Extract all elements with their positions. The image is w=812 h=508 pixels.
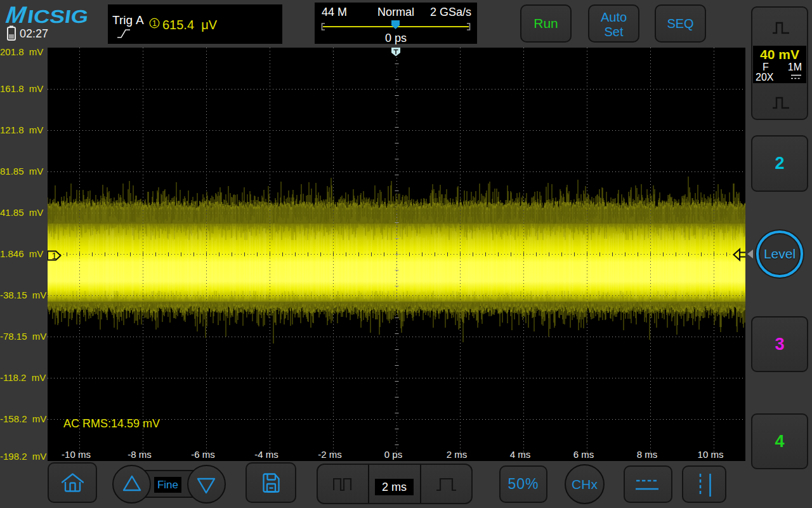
svg-text:6 ms: 6 ms [573,449,594,460]
svg-text:8 ms: 8 ms [637,449,658,460]
svg-text:-8 ms: -8 ms [128,449,152,460]
svg-text:4 ms: 4 ms [510,449,531,460]
svg-text:M: M [4,4,29,24]
svg-text:-10 ms: -10 ms [62,449,91,460]
svg-text:10 ms: 10 ms [698,449,724,460]
svg-text:-2 ms: -2 ms [318,449,342,460]
svg-text:AC RMS:14.59 mV: AC RMS:14.59 mV [63,417,160,430]
svg-text:-6 ms: -6 ms [191,449,215,460]
svg-text:1: 1 [52,251,57,261]
svg-text:1: 1 [152,19,157,28]
svg-text:-4 ms: -4 ms [254,449,278,460]
svg-text:ICSIG: ICSIG [26,6,89,24]
svg-text:0 ps: 0 ps [384,449,402,460]
svg-text:2 ms: 2 ms [447,449,468,460]
